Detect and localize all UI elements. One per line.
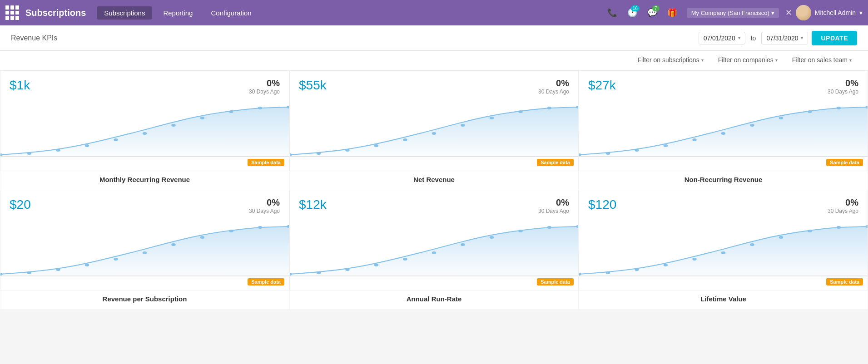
svg-point-14: [345, 149, 350, 152]
filter-companies-arrow: ▾: [775, 58, 778, 63]
svg-point-63: [664, 264, 668, 266]
svg-point-9: [258, 107, 263, 109]
message-badge: 7: [652, 5, 660, 11]
svg-point-33: [837, 107, 841, 109]
svg-point-61: [606, 271, 610, 274]
svg-point-27: [664, 144, 668, 147]
kpi-net-chart: [290, 103, 578, 157]
subheader-bar: Revenue KPIs 07/01/2020 ▾ to 07/31/2020 …: [0, 25, 868, 51]
svg-point-7: [200, 117, 205, 119]
svg-point-68: [808, 230, 812, 232]
svg-point-13: [317, 152, 321, 155]
kpi-revsub-pct: 0%: [249, 197, 280, 208]
kpi-card-arr: $12k 0% 30 Days Ago: [290, 190, 578, 290]
kpi-mrr-period: 30 Days Ago: [249, 89, 280, 95]
kpi-label-mrr: Monthly Recurring Revenue: [0, 171, 289, 190]
svg-point-66: [750, 243, 754, 246]
nav-configuration[interactable]: Configuration: [203, 6, 258, 20]
svg-point-37: [27, 271, 32, 274]
svg-point-31: [779, 117, 784, 119]
filter-sales-team-label: Filter on sales team: [792, 56, 848, 64]
svg-point-19: [490, 117, 494, 119]
company-selector[interactable]: My Company (San Francisco) ▾: [687, 8, 779, 18]
nav-subscriptions[interactable]: Subscriptions: [97, 6, 152, 20]
kpi-nonrecurring-period: 30 Days Ago: [828, 89, 858, 95]
svg-point-1: [27, 152, 32, 155]
page-title: Revenue KPIs: [11, 34, 57, 42]
svg-point-55: [490, 236, 494, 239]
date-from-selector[interactable]: 07/01/2020 ▾: [699, 32, 745, 44]
kpi-label-arr: Annual Run-Rate: [290, 290, 578, 309]
filter-subscriptions-arrow: ▾: [701, 58, 704, 63]
nav-reporting[interactable]: Reporting: [156, 6, 200, 20]
svg-point-39: [85, 264, 89, 266]
kpi-label-net: Net Revenue: [290, 171, 578, 190]
svg-point-42: [171, 243, 176, 246]
svg-point-44: [229, 230, 233, 232]
svg-point-21: [547, 107, 552, 109]
svg-point-2: [56, 149, 60, 152]
kpi-arr-chart: [290, 222, 578, 276]
kpi-labels-row-1: Monthly Recurring Revenue Net Revenue No…: [0, 171, 868, 190]
user-dropdown-arrow: ▾: [859, 9, 863, 16]
chat-icon-button[interactable]: 🕐 16: [624, 5, 640, 21]
date-to-selector[interactable]: 07/31/2020 ▾: [761, 32, 808, 44]
svg-point-26: [635, 149, 639, 152]
filter-companies-button[interactable]: Filter on companies ▾: [713, 54, 783, 65]
kpi-net-pct: 0%: [538, 78, 569, 89]
svg-point-29: [721, 132, 726, 135]
kpi-nonrecurring-sample-badge: Sample data: [826, 159, 863, 166]
kpi-card-rev-per-sub: $20 0% 30 Days Ago: [0, 190, 289, 290]
user-name: Mitchell Admin: [815, 9, 856, 16]
date-from-arrow: ▾: [738, 35, 740, 40]
svg-point-62: [635, 268, 639, 271]
kpi-net-value: $55k: [299, 78, 327, 93]
filter-subscriptions-button[interactable]: Filter on subscriptions ▾: [632, 54, 709, 65]
svg-point-57: [547, 226, 552, 229]
svg-point-53: [432, 251, 436, 254]
kpi-label-ltv: Lifetime Value: [579, 290, 868, 309]
update-button[interactable]: UPDATE: [812, 31, 857, 45]
app-grid-icon[interactable]: [5, 5, 20, 20]
svg-point-52: [403, 258, 407, 261]
phone-icon-button[interactable]: 📞: [604, 5, 620, 21]
kpi-mrr-pct: 0%: [249, 78, 280, 89]
kpi-net-sample-badge: Sample data: [537, 159, 574, 166]
kpi-net-period: 30 Days Ago: [538, 89, 569, 95]
kpi-ltv-sample-badge: Sample data: [826, 278, 863, 285]
svg-point-54: [461, 243, 465, 246]
company-close-button[interactable]: ✕: [785, 8, 792, 18]
svg-point-40: [114, 258, 118, 261]
kpi-mrr-sample-badge: Sample data: [248, 159, 284, 166]
svg-point-4: [114, 138, 118, 141]
kpi-mrr-value: $1k: [10, 78, 30, 93]
date-to-value: 07/31/2020: [766, 34, 798, 42]
message-icon-button[interactable]: 💬 7: [644, 5, 660, 21]
chat-badge: 16: [631, 5, 640, 11]
svg-point-51: [374, 264, 379, 266]
kpi-labels-row-2: Revenue per Subscription Annual Run-Rate…: [0, 290, 868, 309]
filter-subscriptions-label: Filter on subscriptions: [637, 56, 699, 64]
kpi-card-non-recurring: $27k 0% 30 Days Ago: [579, 71, 868, 171]
kpi-label-nonrecurring: Non-Recurring Revenue: [579, 171, 868, 190]
kpi-grid-row-2: $20 0% 30 Days Ago: [0, 190, 868, 290]
kpi-nonrecurring-value: $27k: [588, 78, 616, 93]
svg-point-43: [200, 236, 205, 239]
svg-point-30: [750, 124, 754, 127]
filter-sales-team-button[interactable]: Filter on sales team ▾: [787, 54, 857, 65]
company-dropdown-arrow: ▾: [771, 10, 774, 16]
kpi-revsub-chart: [0, 222, 289, 276]
svg-point-65: [721, 251, 726, 254]
user-menu[interactable]: Mitchell Admin ▾: [796, 5, 863, 20]
kpi-ltv-period: 30 Days Ago: [828, 208, 858, 214]
svg-point-20: [518, 110, 523, 113]
svg-point-6: [171, 124, 176, 127]
svg-point-56: [518, 230, 523, 232]
kpi-mrr-chart: [0, 103, 289, 157]
svg-point-17: [432, 132, 436, 135]
kpi-label-revsub: Revenue per Subscription: [0, 290, 289, 309]
kpi-arr-value: $12k: [299, 197, 327, 212]
gift-icon-button[interactable]: 🎁: [664, 5, 680, 21]
filter-companies-label: Filter on companies: [718, 56, 774, 64]
kpi-revsub-value: $20: [10, 197, 31, 212]
